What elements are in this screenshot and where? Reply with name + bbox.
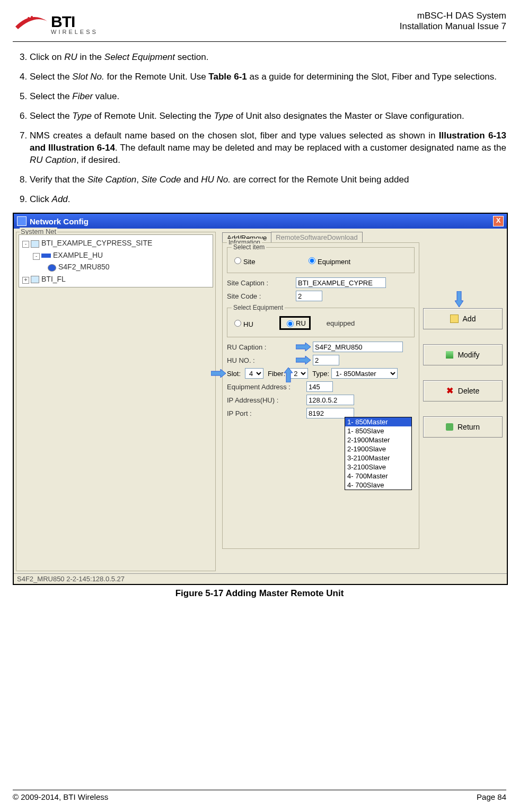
hu-no-input[interactable] [313, 355, 339, 365]
site-radio[interactable] [234, 257, 241, 264]
titlebar[interactable]: Network Config X [14, 214, 507, 229]
select-equipment-label: Select Equipment [232, 304, 285, 311]
logo-subtext: WIRELESS [51, 29, 98, 35]
step-8: Verify that the Site Caption, Site Code … [30, 174, 506, 186]
doc-title-2: Installation Manual Issue 7 [400, 21, 506, 32]
slot-select[interactable]: 4 [245, 368, 263, 379]
hu-radio[interactable] [234, 320, 241, 327]
svg-marker-6 [284, 368, 293, 382]
svg-marker-3 [296, 343, 311, 351]
equipped-label: equipped [327, 319, 355, 327]
arrow-down-icon [455, 291, 463, 307]
step-3: Click on RU in the Select Equipment sect… [30, 51, 506, 64]
delete-button[interactable]: ✖Delete [423, 380, 503, 401]
add-icon [450, 315, 459, 323]
figure-caption: Figure 5-17 Adding Master Remote Unit [13, 588, 506, 599]
tree-view[interactable]: -BTI_EXAMPLE_CYPRESS_SITE -EXAMPLE_HU S4… [19, 235, 213, 287]
ip-address-input[interactable] [306, 395, 354, 405]
doc-title-1: mBSC-H DAS System [400, 11, 506, 21]
site-caption-input[interactable] [296, 277, 386, 288]
return-icon [446, 423, 453, 431]
svg-point-1 [28, 17, 30, 19]
type-dropdown-list[interactable]: 1- 850Master 1- 850Slave 2-1900Master 2-… [345, 417, 412, 490]
svg-point-0 [25, 19, 27, 21]
site-code-input[interactable] [296, 291, 322, 301]
svg-marker-5 [211, 369, 226, 378]
step-4: Select the Slot No. for the Remote Unit.… [30, 71, 506, 83]
select-item-label: Select item [232, 243, 266, 251]
ru-caption-input[interactable] [313, 342, 403, 352]
instruction-list: Click on RU in the Select Equipment sect… [13, 51, 506, 205]
window-title: Network Config [30, 217, 89, 226]
add-button[interactable]: Add [423, 308, 503, 329]
status-bar: S4F2_MRU850 2-2-145:128.0.5.27 [14, 573, 507, 584]
svg-marker-7 [455, 291, 463, 307]
network-config-window: Network Config X System Net -BTI_EXAMPLE… [13, 213, 508, 585]
return-button[interactable]: Return [423, 416, 503, 438]
footer-right: Page 84 [477, 792, 506, 801]
type-select[interactable]: 1- 850Master [331, 368, 398, 379]
step-6: Select the Type of Remote Unit. Selectin… [30, 110, 506, 123]
step-5: Select the Fiber value. [30, 91, 506, 103]
step-9: Click Add. [30, 194, 506, 206]
tab-remote-download[interactable]: RemoteSoftwareDownload [271, 232, 363, 242]
svg-marker-4 [296, 356, 311, 364]
window-icon [17, 216, 27, 226]
step-7: NMS creates a default name based on the … [30, 130, 506, 167]
close-button[interactable]: X [493, 216, 504, 226]
svg-point-2 [31, 16, 33, 18]
logo-text: BTI [51, 13, 98, 31]
modify-icon [446, 351, 453, 359]
modify-button[interactable]: Modify [423, 344, 503, 365]
delete-icon: ✖ [446, 387, 454, 395]
logo-icon [13, 11, 50, 37]
footer-left: © 2009-2014, BTI Wireless [13, 792, 108, 801]
ru-radio[interactable] [287, 320, 294, 327]
equipment-address-input[interactable] [306, 381, 333, 392]
equipment-radio[interactable] [309, 257, 315, 264]
